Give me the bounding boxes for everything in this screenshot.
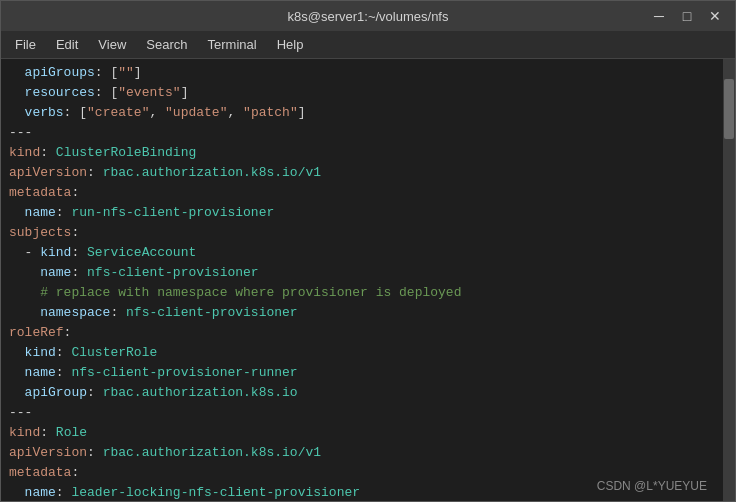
code-line-9: subjects:: [1, 223, 723, 243]
window-controls: ─ □ ✕: [649, 8, 725, 24]
watermark: CSDN @L*YUEYUE: [597, 479, 707, 493]
code-line-4: ---: [1, 123, 723, 143]
menu-file[interactable]: File: [5, 33, 46, 56]
code-line-11: name: nfs-client-provisioner: [1, 263, 723, 283]
scrollbar-thumb[interactable]: [724, 79, 734, 139]
code-line-20: apiVersion: rbac.authorization.k8s.io/v1: [1, 443, 723, 463]
terminal-window: k8s@server1:~/volumes/nfs ─ □ ✕ File Edi…: [0, 0, 736, 502]
menu-help[interactable]: Help: [267, 33, 314, 56]
code-line-13: namespace: nfs-client-provisioner: [1, 303, 723, 323]
menu-view[interactable]: View: [88, 33, 136, 56]
code-line-19: kind: Role: [1, 423, 723, 443]
menu-edit[interactable]: Edit: [46, 33, 88, 56]
maximize-button[interactable]: □: [677, 8, 697, 24]
code-line-18: ---: [1, 403, 723, 423]
code-line-12: # replace with namespace where provision…: [1, 283, 723, 303]
window-title: k8s@server1:~/volumes/nfs: [288, 9, 449, 24]
code-line-8: name: run-nfs-client-provisioner: [1, 203, 723, 223]
code-line-14: roleRef:: [1, 323, 723, 343]
content-area: apiGroups: [""] resources: ["events"] ve…: [1, 59, 735, 501]
code-line-17: apiGroup: rbac.authorization.k8s.io: [1, 383, 723, 403]
code-line-15: kind: ClusterRole: [1, 343, 723, 363]
menu-search[interactable]: Search: [136, 33, 197, 56]
code-line-16: name: nfs-client-provisioner-runner: [1, 363, 723, 383]
code-line-10: - kind: ServiceAccount: [1, 243, 723, 263]
title-bar: k8s@server1:~/volumes/nfs ─ □ ✕: [1, 1, 735, 31]
minimize-button[interactable]: ─: [649, 8, 669, 24]
code-line-6: apiVersion: rbac.authorization.k8s.io/v1: [1, 163, 723, 183]
code-line-1: apiGroups: [""]: [1, 63, 723, 83]
code-line-3: verbs: ["create", "update", "patch"]: [1, 103, 723, 123]
menu-terminal[interactable]: Terminal: [198, 33, 267, 56]
code-line-5: kind: ClusterRoleBinding: [1, 143, 723, 163]
scrollbar[interactable]: [723, 59, 735, 501]
menu-bar: File Edit View Search Terminal Help: [1, 31, 735, 59]
close-button[interactable]: ✕: [705, 8, 725, 24]
code-line-2: resources: ["events"]: [1, 83, 723, 103]
code-line-7: metadata:: [1, 183, 723, 203]
terminal-content[interactable]: apiGroups: [""] resources: ["events"] ve…: [1, 59, 723, 501]
